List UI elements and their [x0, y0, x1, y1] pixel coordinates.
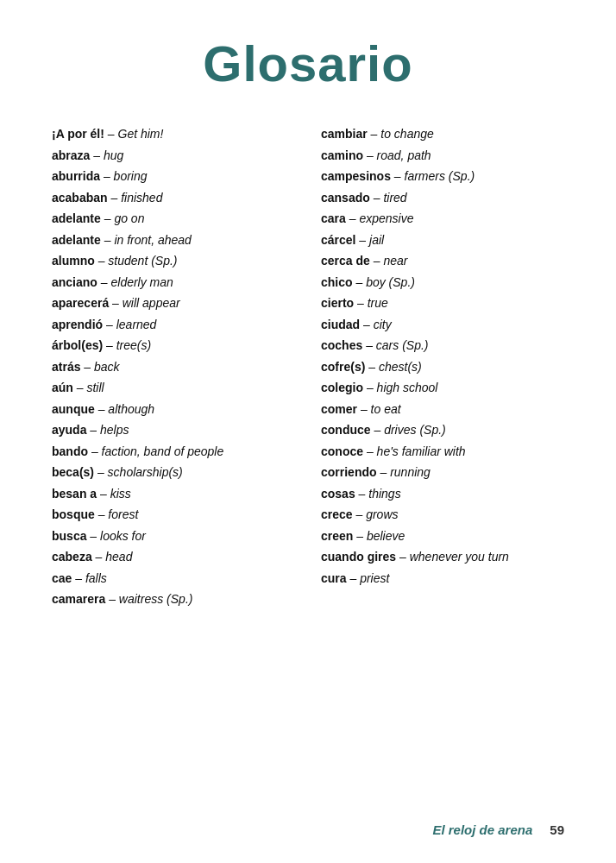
list-item: cura – priest — [321, 568, 564, 589]
spanish-term: árbol(es) — [52, 338, 103, 352]
spanish-term: colegio — [321, 381, 363, 394]
english-translation: he's familiar with — [377, 444, 466, 458]
spanish-term: abraza — [52, 148, 90, 162]
spanish-term: cambiar — [321, 127, 368, 141]
spanish-term: cárcel — [321, 233, 355, 247]
spanish-term: cerca de — [321, 254, 370, 268]
english-translation: will appear — [123, 296, 180, 310]
english-translation: to eat — [371, 402, 401, 416]
spanish-term: coches — [321, 338, 362, 352]
page-title: Glosario — [52, 35, 564, 92]
separator: – — [368, 127, 381, 141]
english-translation: kiss — [110, 487, 131, 501]
separator: – — [95, 254, 109, 268]
english-translation: finished — [121, 191, 162, 205]
separator: – — [377, 465, 391, 479]
separator: – — [90, 148, 104, 162]
list-item: camarera – waitress (Sp.) — [52, 589, 295, 610]
english-translation: scholarship(s) — [108, 465, 183, 479]
list-item: ayuda – helps — [52, 419, 295, 441]
list-item: conduce – drives (Sp.) — [321, 419, 564, 441]
separator: – — [88, 444, 102, 458]
english-translation: high school — [377, 381, 438, 394]
list-item: atrás – back — [52, 356, 295, 378]
spanish-term: cabeza — [52, 550, 92, 564]
list-item: anciano – elderly man — [52, 272, 295, 293]
list-item: cambiar – to change — [321, 123, 564, 145]
english-translation: believe — [367, 529, 405, 543]
spanish-term: alumno — [52, 254, 95, 268]
separator: – — [80, 360, 94, 374]
separator: – — [101, 233, 115, 247]
list-item: corriendo – running — [321, 462, 564, 483]
separator: – — [347, 571, 361, 585]
separator: – — [396, 550, 410, 564]
footer-book-title: El reloj de arena — [432, 822, 532, 837]
english-translation: looks for — [100, 529, 146, 543]
list-item: cara – expensive — [321, 208, 564, 230]
spanish-term: besan a — [52, 487, 97, 501]
separator: – — [371, 423, 385, 437]
english-translation: true — [368, 296, 388, 310]
english-translation: city — [374, 318, 392, 331]
list-item: acababan – finished — [52, 187, 295, 209]
list-item: besan a – kiss — [52, 483, 295, 505]
spanish-term: adelante — [52, 211, 101, 225]
english-translation: running — [390, 465, 431, 479]
spanish-term: camino — [321, 148, 363, 162]
separator: – — [108, 191, 122, 205]
list-item: aparecerá – will appear — [52, 293, 295, 314]
separator: – — [86, 529, 100, 543]
separator: – — [105, 592, 119, 606]
list-item: árbol(es) – tree(s) — [52, 335, 295, 356]
separator: – — [370, 191, 384, 205]
separator: – — [73, 381, 87, 394]
right-column: cambiar – to changecamino – road, pathca… — [321, 123, 564, 589]
list-item: abraza – hug — [52, 145, 295, 167]
english-translation: priest — [360, 571, 389, 585]
list-item: bando – faction, band of people — [52, 441, 295, 463]
list-item: cárcel – jail — [321, 230, 564, 251]
spanish-term: adelante — [52, 233, 101, 247]
list-item: cae – falls — [52, 568, 295, 589]
spanish-term: ayuda — [52, 423, 86, 437]
spanish-term: cierto — [321, 296, 354, 310]
spanish-term: beca(s) — [52, 465, 94, 479]
english-translation: jail — [369, 233, 384, 247]
english-translation: still — [86, 381, 104, 394]
spanish-term: corriendo — [321, 465, 377, 479]
separator: – — [391, 169, 405, 183]
english-translation: Get him! — [118, 127, 164, 141]
list-item: cosas – things — [321, 483, 564, 505]
spanish-term: comer — [321, 402, 357, 416]
english-translation: chest(s) — [379, 360, 422, 374]
english-translation: back — [94, 360, 120, 374]
english-translation: road, path — [377, 148, 431, 162]
list-item: alumno – student (Sp.) — [52, 250, 295, 272]
list-item: ¡A por él! – Get him! — [52, 123, 295, 145]
spanish-term: acababan — [52, 191, 108, 205]
english-translation: tree(s) — [116, 338, 151, 352]
english-translation: elderly man — [110, 275, 173, 289]
spanish-term: conoce — [321, 444, 363, 458]
separator: – — [360, 318, 374, 331]
list-item: cansado – tired — [321, 187, 564, 209]
english-translation: cars (Sp.) — [376, 338, 429, 352]
list-item: beca(s) – scholarship(s) — [52, 462, 295, 483]
separator: – — [363, 148, 377, 162]
english-translation: learned — [116, 318, 157, 331]
separator: – — [95, 402, 109, 416]
spanish-term: anciano — [52, 275, 97, 289]
separator: – — [365, 360, 379, 374]
list-item: camino – road, path — [321, 145, 564, 167]
separator: – — [355, 487, 369, 501]
english-translation: hug — [104, 148, 123, 162]
footer: El reloj de arena 59 — [432, 822, 564, 837]
list-item: cerca de – near — [321, 250, 564, 272]
english-translation: falls — [85, 571, 107, 585]
separator: – — [100, 169, 114, 183]
spanish-term: aprendió — [52, 318, 103, 331]
list-item: coches – cars (Sp.) — [321, 335, 564, 356]
list-item: aunque – although — [52, 399, 295, 420]
spanish-term: ciudad — [321, 318, 360, 331]
